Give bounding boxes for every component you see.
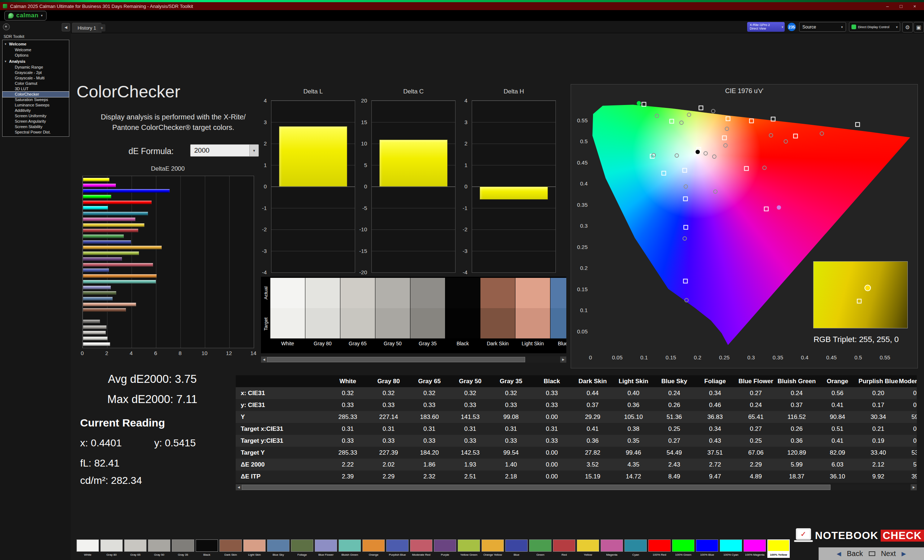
- table-cell: 0.31: [409, 423, 450, 435]
- source-select-button[interactable]: Source ▾: [799, 22, 846, 32]
- deltae-xtick: 10: [201, 350, 207, 356]
- workspace-panel-button[interactable]: ▣: [914, 22, 924, 33]
- patch-100-red[interactable]: 100% Red: [648, 539, 670, 558]
- de-formula-select[interactable]: 2000 ▾: [190, 144, 259, 157]
- sidebar-item-3d-lut[interactable]: 3D LUT: [3, 86, 69, 92]
- swatch-dark-skin[interactable]: Dark Skin: [480, 277, 515, 353]
- patch-foliage[interactable]: Foliage: [291, 539, 313, 558]
- patch-yellow[interactable]: Yellow: [577, 539, 599, 558]
- patch-light-skin[interactable]: Light Skin: [243, 539, 266, 558]
- swatch-gray-65[interactable]: Gray 65: [340, 277, 375, 353]
- cie-xtick: 0.55: [880, 354, 890, 361]
- next-button[interactable]: Next: [881, 550, 896, 558]
- patch-black[interactable]: Black: [196, 539, 218, 558]
- table-col-gray-80: Gray 80: [368, 375, 409, 387]
- scroll-right-button[interactable]: ▶: [910, 484, 917, 490]
- scroll-left-button[interactable]: ◀: [261, 356, 267, 362]
- sidebar-item-dynamic-range[interactable]: Dynamic Range: [3, 64, 69, 70]
- sidebar-item-additivity[interactable]: Additivity: [3, 108, 69, 113]
- patch-blue[interactable]: Blue: [506, 539, 528, 558]
- chevron-down-icon: ▾: [841, 25, 843, 29]
- patch-gray-65[interactable]: Gray 65: [124, 539, 147, 558]
- patch-blue-sky[interactable]: Blue Sky: [267, 539, 290, 558]
- sidebar-item-welcome[interactable]: Welcome: [3, 47, 69, 53]
- sidebar-item-spectral-power-dist[interactable]: Spectral Power Dist.: [3, 130, 69, 135]
- sidebar-item-screen-stability[interactable]: Screen Stability: [3, 124, 69, 130]
- meter-select-button[interactable]: X-Rite i1Pro 2 Direct View ▾: [747, 22, 784, 32]
- sidebar-item-screen-uniformity[interactable]: Screen Uniformity: [3, 113, 69, 119]
- patch-red[interactable]: Red: [553, 539, 575, 558]
- table-cell: 0.33: [531, 387, 572, 399]
- patch-purple[interactable]: Purple: [434, 539, 456, 558]
- patch-bluish-green[interactable]: Bluish Green: [339, 539, 361, 558]
- patch-gray-50[interactable]: Gray 50: [148, 539, 170, 558]
- back-button[interactable]: Back: [847, 550, 862, 558]
- patch-magenta[interactable]: Magenta: [601, 539, 623, 558]
- scroll-left-button[interactable]: ◀: [236, 484, 242, 490]
- patch-label: Yellow: [577, 552, 599, 558]
- swatch-black[interactable]: Black: [446, 277, 480, 353]
- sidebar-item-luminance-sweeps[interactable]: Luminance Sweeps: [3, 102, 69, 108]
- patch-dark-skin[interactable]: Dark Skin: [219, 539, 242, 558]
- sidebar-item-options[interactable]: Options: [3, 53, 69, 58]
- patch-100-yellow[interactable]: 100% Yellow: [767, 539, 790, 558]
- deltae-bar-orange-yellow: [83, 246, 162, 249]
- patch-color: [601, 539, 623, 552]
- swatch-white[interactable]: White: [270, 277, 305, 353]
- cie-special-point: [696, 150, 700, 154]
- table-cell: 0.00: [531, 411, 572, 423]
- sidebar-collapse-button[interactable]: ◀: [62, 23, 70, 31]
- scrollbar-thumb[interactable]: [242, 485, 831, 490]
- patch-color: [553, 539, 575, 552]
- tab-history-1[interactable]: History 1: [72, 23, 101, 33]
- patch-orange[interactable]: Orange: [362, 539, 385, 558]
- patch-100-cyan[interactable]: 100% Cyan: [720, 539, 742, 558]
- calman-leaf-icon: [8, 13, 14, 18]
- patch-blue-flower[interactable]: Blue Flower: [315, 539, 337, 558]
- maximize-button[interactable]: □: [900, 4, 903, 9]
- deltae-xtick: 12: [226, 350, 232, 356]
- swatch-light-skin[interactable]: Light Skin: [515, 277, 550, 353]
- sidebar-item-colorchecker[interactable]: ColorChecker: [3, 92, 69, 97]
- patch-white[interactable]: White: [76, 539, 99, 558]
- patch-moderate-red[interactable]: Moderate Red: [410, 539, 432, 558]
- swatch-gray-80[interactable]: Gray 80: [305, 277, 340, 353]
- add-tab-button[interactable]: +: [98, 24, 105, 31]
- swatch-target-color: [550, 308, 566, 338]
- minimize-button[interactable]: –: [886, 4, 889, 9]
- calman-menu-button[interactable]: calman ▾: [4, 11, 46, 21]
- patch-100-green[interactable]: 100% Green: [672, 539, 694, 558]
- swatch-gray-50[interactable]: Gray 50: [375, 277, 410, 353]
- deltae-bar-bluish-green: [83, 280, 156, 284]
- layout-window-icon[interactable]: [869, 551, 875, 556]
- patch-purplish-blue[interactable]: Purplish Blue: [386, 539, 409, 558]
- scrollbar-thumb[interactable]: [267, 357, 525, 362]
- close-button[interactable]: ×: [913, 4, 916, 9]
- patch-gray-35[interactable]: Gray 35: [172, 539, 194, 558]
- table-row-target-x-cie31: Target x:CIE310.310.310.310.310.310.310.…: [236, 423, 917, 435]
- patch-100-blue[interactable]: 100% Blue: [696, 539, 718, 558]
- display-control-button[interactable]: Direct Display Control ▾: [849, 22, 900, 32]
- patch-gray-80[interactable]: Gray 80: [100, 539, 123, 558]
- sidebar-pin-button[interactable]: [3, 24, 10, 30]
- sidebar-section-analysis[interactable]: Analysis: [3, 58, 69, 64]
- swatch-gray-35[interactable]: Gray 35: [410, 277, 445, 353]
- settings-gear-button[interactable]: ⚙: [902, 22, 913, 33]
- sidebar-item-grayscale-multi[interactable]: Grayscale - Multi: [3, 75, 69, 81]
- patch-yellow-green[interactable]: Yellow Green: [458, 539, 480, 558]
- sidebar-section-welcome[interactable]: Welcome: [3, 41, 69, 47]
- sidebar-item-screen-angularity[interactable]: Screen Angularity: [3, 119, 69, 124]
- swatch-name: Gray 65: [340, 338, 375, 349]
- patch-100-magenta[interactable]: 100% Magenta: [744, 539, 766, 558]
- patch-green[interactable]: Green: [529, 539, 552, 558]
- swatch-name: Dark Skin: [480, 338, 515, 349]
- sidebar-item-saturation-sweeps[interactable]: Saturation Sweeps: [3, 97, 69, 102]
- sidebar-item-grayscale-2pt[interactable]: Grayscale - 2pt: [3, 70, 69, 75]
- sidebar-item-color-gamut[interactable]: Color Gamut: [3, 81, 69, 86]
- patch-orange-yellow[interactable]: Orange Yellow: [482, 539, 504, 558]
- patch-cyan[interactable]: Cyan: [624, 539, 647, 558]
- swatch-blue-sky[interactable]: Blue Sky: [550, 277, 566, 353]
- patch-color: [291, 539, 313, 552]
- scroll-right-button[interactable]: ▶: [560, 356, 566, 362]
- table-cell: 0.33: [327, 435, 368, 447]
